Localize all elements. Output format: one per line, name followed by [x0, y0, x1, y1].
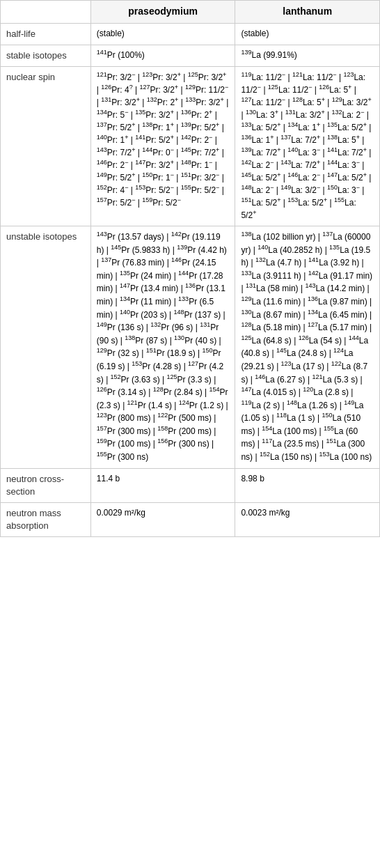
stable-isotopes-label: stable isotopes — [1, 45, 91, 66]
empty-header — [1, 1, 91, 24]
pr-stable-isotopes: 141Pr (100%) — [90, 45, 235, 66]
nuclear-spin-row: nuclear spin 121Pr: 3/2− | 123Pr: 3/2+ |… — [1, 66, 380, 226]
la-neutron-cross-section: 8.98 b — [235, 468, 380, 502]
neutron-cross-section-label: neutron cross-section — [1, 468, 91, 502]
neutron-mass-absorption-label: neutron mass absorption — [1, 503, 91, 537]
nuclear-spin-label: nuclear spin — [1, 66, 91, 226]
la-half-life: (stable) — [235, 23, 380, 45]
pr-unstable-isotopes: 143Pr (13.57 days) | 142Pr (19.119 h) | … — [90, 226, 235, 468]
half-life-row: half-life (stable) (stable) — [1, 23, 380, 45]
la-nuclear-spin: 119La: 11/2− | 121La: 11/2− | 123La: 11/… — [235, 66, 380, 226]
stable-isotopes-row: stable isotopes 141Pr (100%) 139La (99.9… — [1, 45, 380, 66]
la-neutron-mass-absorption: 0.0023 m²/kg — [235, 503, 380, 537]
la-unstable-isotopes: 138La (102 billion yr) | 137La (60000 yr… — [235, 226, 380, 468]
unstable-isotopes-row: unstable isotopes 143Pr (13.57 days) | 1… — [1, 226, 380, 468]
pr-half-life: (stable) — [90, 23, 235, 45]
pr-neutron-cross-section: 11.4 b — [90, 468, 235, 502]
unstable-isotopes-label: unstable isotopes — [1, 226, 91, 468]
half-life-label: half-life — [1, 23, 91, 45]
neutron-mass-absorption-row: neutron mass absorption 0.0029 m²/kg 0.0… — [1, 503, 380, 537]
la-stable-isotopes: 139La (99.91%) — [235, 45, 380, 66]
pr-neutron-mass-absorption: 0.0029 m²/kg — [90, 503, 235, 537]
lanthanum-header: lanthanum — [235, 1, 380, 24]
pr-nuclear-spin: 121Pr: 3/2− | 123Pr: 3/2+ | 125Pr: 3/2+ … — [90, 66, 235, 226]
praseodymium-header: praseodymium — [90, 1, 235, 24]
neutron-cross-section-row: neutron cross-section 11.4 b 8.98 b — [1, 468, 380, 502]
